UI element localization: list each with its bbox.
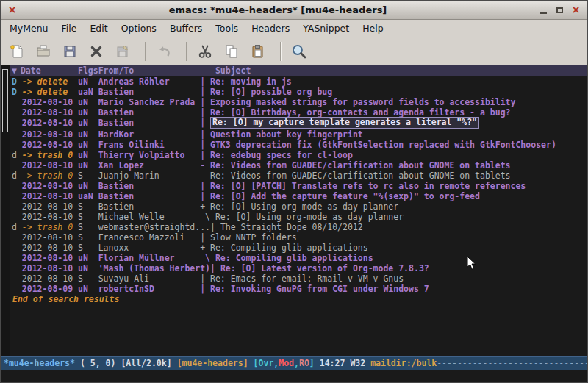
message-row[interactable]: d-> trash 0uNThierry Volpiatto| Re: edeb…	[12, 150, 587, 160]
message-row[interactable]: 2012-08-10uN'Mash (Thomas Herbert)| Re: …	[12, 263, 587, 273]
new-file-button[interactable]	[6, 40, 28, 62]
message-date: 2012-08-10	[22, 243, 78, 253]
message-date: 2012-08-10	[22, 191, 78, 201]
message-subject: Re: moving in js	[210, 76, 292, 87]
message-flags: uN	[78, 129, 98, 140]
cut-button[interactable]	[194, 40, 216, 62]
column-header-flags[interactable]: Flgs	[78, 65, 98, 76]
message-row[interactable]: 2012-08-10SLanoxx+ Re: Compiling glib ap…	[12, 243, 587, 253]
message-from: robertcInSD	[98, 284, 200, 294]
modeline-status-flags: [Ovr,Mod,RO]	[254, 358, 315, 368]
message-from: Suvayu Ali	[98, 273, 200, 284]
message-row[interactable]: d-> trash 0Swebmaster@straightd...| The …	[12, 222, 587, 232]
menu-item-buffers[interactable]: Buffers	[163, 21, 209, 36]
buffer-area: ▼Date Flgs From/To Subject D-> deleteuNA…	[1, 65, 587, 356]
menu-item-options[interactable]: Options	[115, 21, 163, 36]
message-row[interactable]: D-> deleteuaNBastien| Re: [O] possible o…	[12, 87, 587, 97]
column-header-subject[interactable]: Subject	[200, 65, 251, 76]
sort-descending-icon: ▼	[12, 65, 17, 76]
message-subject: Re: [O] Using org-mode as day planner	[210, 201, 398, 212]
message-row[interactable]: 2012-08-10uNBastien| Re: [O] my capture …	[12, 118, 587, 129]
message-row[interactable]: 2012-08-10uNBastien| Re: [O] [PATCH] Tra…	[12, 181, 587, 191]
maximize-button[interactable]	[553, 4, 566, 15]
save-button[interactable]	[59, 40, 81, 62]
message-from: Mario Sanchez Prada	[98, 97, 200, 107]
titlebar-left-close-button[interactable]: ×	[6, 4, 18, 15]
message-subject: Re: edebug specs for cl-loop	[210, 150, 353, 160]
message-from: Bastien	[98, 191, 200, 201]
modeline-major-mode: [mu4e-headers]	[177, 358, 248, 368]
menu-item-file[interactable]: File	[55, 21, 84, 36]
message-row[interactable]: 2012-08-10uNFrans Oilinki| GTK3 deprecat…	[12, 140, 587, 150]
new-file-icon	[9, 43, 25, 60]
message-mark	[12, 181, 22, 191]
message-row[interactable]: 2012-08-09uNrobertcInSD| Re: Invoking Gn…	[12, 284, 587, 294]
modeline-flag-ro: RO	[299, 358, 309, 368]
message-date: 2012-08-09	[22, 284, 78, 294]
echo-area[interactable]	[1, 370, 587, 382]
message-row[interactable]: 2012-08-10uNXan Lopez- Re: Videos from G…	[12, 160, 587, 171]
column-header-from[interactable]: From/To	[98, 65, 200, 76]
message-mark: D	[12, 76, 22, 87]
message-flags: uN	[78, 140, 98, 150]
message-date: 2012-08-10	[22, 118, 78, 129]
menu-item-edit[interactable]: Edit	[83, 21, 114, 36]
message-flags: uN	[78, 118, 98, 129]
modeline-flag-ovr: Ovr	[259, 358, 274, 368]
message-mark	[12, 97, 22, 107]
emacs-window: × emacs: *mu4e-headers* [mu4e-headers] ×…	[0, 0, 588, 383]
message-subject: Re: Videos from GUADEC/clarification abo…	[210, 160, 511, 171]
window-title: emacs: *mu4e-headers* [mu4e-headers]	[18, 4, 537, 15]
kill-buffer-button[interactable]	[85, 40, 107, 62]
message-row[interactable]: D-> deleteuNAndreas Röhler| Re: moving i…	[12, 76, 587, 87]
menu-item-tools[interactable]: Tools	[209, 21, 245, 36]
message-date: -> trash 0	[22, 222, 78, 232]
search-button[interactable]	[288, 40, 310, 62]
menu-bar: MyMenuFileEditOptionsBuffersToolsHeaders…	[1, 20, 587, 37]
message-date: 2012-08-10	[22, 232, 78, 243]
scrollbar[interactable]	[1, 65, 10, 356]
menu-item-headers[interactable]: Headers	[245, 21, 296, 36]
message-from: Bastien	[98, 107, 200, 118]
message-subject: Re: [O] Birthdays, org-contacts and agen…	[210, 107, 511, 118]
menu-item-yasnippet[interactable]: YASnippet	[296, 21, 356, 36]
message-flags: S	[78, 171, 98, 181]
copy-button[interactable]	[220, 40, 243, 62]
message-mark	[12, 243, 22, 253]
thread-indicator: +	[200, 201, 210, 212]
message-list: D-> deleteuNAndreas Röhler| Re: moving i…	[10, 76, 587, 356]
menu-item-help[interactable]: Help	[356, 21, 390, 36]
save-as-icon	[115, 43, 131, 60]
message-mark	[12, 263, 22, 273]
save-as-button	[112, 40, 134, 62]
menu-item-mymenu[interactable]: MyMenu	[3, 21, 55, 36]
thread-indicator: |	[200, 181, 210, 191]
message-row[interactable]: 2012-08-10uNBastien| Re: [O] Birthdays, …	[12, 107, 587, 118]
message-date: 2012-08-10	[22, 253, 78, 263]
paste-button[interactable]	[247, 40, 269, 62]
message-row[interactable]: 2012-08-10SFrancesco Mazzoli| Slow NNTP …	[12, 232, 587, 243]
title-bar[interactable]: × emacs: *mu4e-headers* [mu4e-headers] ×	[1, 1, 587, 20]
column-header-date[interactable]: ▼Date	[12, 65, 78, 76]
thread-indicator: \	[200, 253, 215, 263]
message-row[interactable]: 2012-08-10uNFlorian Müllner \ Re: Compil…	[12, 253, 587, 263]
copy-icon	[223, 43, 240, 60]
message-row[interactable]: 2012-08-10uNHardKor| Question about key …	[12, 129, 587, 140]
message-row[interactable]: 2012-08-10SMichael Welle \ Re: [O] Using…	[12, 212, 587, 222]
close-button[interactable]: ×	[570, 4, 582, 15]
scrollbar-thumb[interactable]	[2, 69, 8, 132]
message-from: Bastien	[98, 181, 200, 191]
minimize-button[interactable]	[537, 4, 550, 15]
message-flags: uN	[78, 181, 98, 191]
message-row[interactable]: 2012-08-10SSuvayu Ali| Re: Emacs for ema…	[12, 273, 587, 284]
emacs-frame: ▼Date Flgs From/To Subject D-> deleteuNA…	[1, 65, 587, 382]
cut-icon	[197, 43, 213, 60]
message-subject: Re: [O] [PATCH] Translate refs to rc als…	[210, 181, 526, 191]
message-row[interactable]: 2012-08-10uNMario Sanchez Prada| Exposin…	[12, 97, 587, 107]
message-row[interactable]: 2012-08-10uaNBastien| Re: [O] Add the ca…	[12, 191, 587, 201]
modeline-flag-mod: Mod	[279, 358, 294, 368]
message-row[interactable]: d-> trash 0SJuanjo Marin- Re: Videos fro…	[12, 171, 587, 181]
save-icon	[62, 43, 78, 60]
message-row[interactable]: 2012-08-10SBastien+ Re: [O] Using org-mo…	[12, 201, 587, 212]
open-file-button[interactable]	[32, 40, 54, 62]
